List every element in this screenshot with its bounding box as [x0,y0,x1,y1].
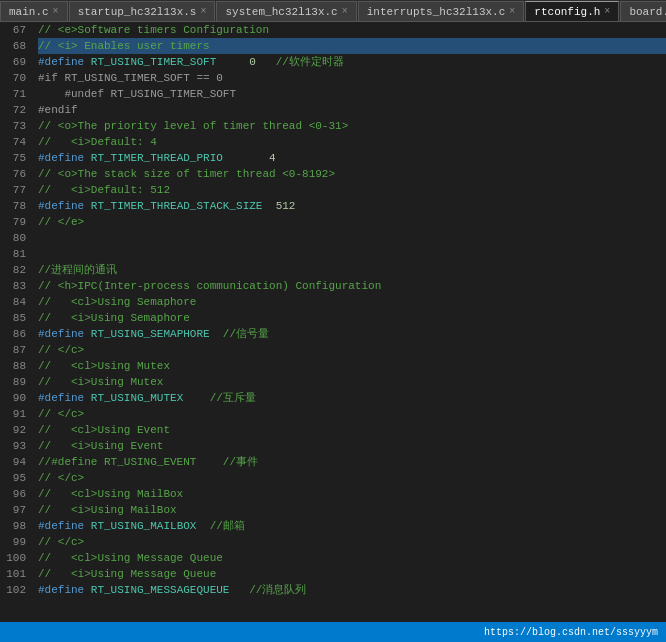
tab-interrupts_hc32l13x_c[interactable]: interrupts_hc32l13x.c× [358,1,525,21]
line-number: 84 [0,294,26,310]
code-line: #define RT_USING_MUTEX //互斥量 [38,390,666,406]
line-number: 88 [0,358,26,374]
line-number: 77 [0,182,26,198]
code-line: // </c> [38,534,666,550]
code-line: // <cl>Using MailBox [38,486,666,502]
tab-system_hc32l13x_c[interactable]: system_hc32l13x.c× [216,1,356,21]
line-number: 94 [0,454,26,470]
line-number: 100 [0,550,26,566]
line-number: 95 [0,470,26,486]
line-number: 67 [0,22,26,38]
status-bar: https://blog.csdn.net/sssyyym [0,622,666,642]
line-number: 99 [0,534,26,550]
code-line: // <i>Default: 512 [38,182,666,198]
line-number: 73 [0,118,26,134]
code-line: // </c> [38,342,666,358]
line-number: 69 [0,54,26,70]
code-line: // </c> [38,470,666,486]
code-line: // <cl>Using Mutex [38,358,666,374]
code-line: #endif [38,102,666,118]
line-number: 68 [0,38,26,54]
code-line: #define RT_USING_TIMER_SOFT 0 //软件定时器 [38,54,666,70]
code-line: // <i>Default: 4 [38,134,666,150]
code-line: // <e>Software timers Configuration [38,22,666,38]
line-number: 91 [0,406,26,422]
line-number: 81 [0,246,26,262]
code-line: // <i>Using Mutex [38,374,666,390]
close-icon[interactable]: × [342,6,348,17]
tab-rtconfig_h[interactable]: rtconfig.h× [525,1,619,21]
line-number: 98 [0,518,26,534]
close-icon[interactable]: × [604,6,610,17]
line-number: 70 [0,70,26,86]
close-icon[interactable]: × [200,6,206,17]
code-line: //进程间的通讯 [38,262,666,278]
code-line: // <i>Using MailBox [38,502,666,518]
code-line: #define RT_TIMER_THREAD_PRIO 4 [38,150,666,166]
tab-board_c[interactable]: board.c× [620,1,666,21]
line-number: 96 [0,486,26,502]
code-line: // <o>The stack size of timer thread <0-… [38,166,666,182]
tab-startup_hc32l13x_s[interactable]: startup_hc32l13x.s× [69,1,216,21]
line-number: 97 [0,502,26,518]
code-lines: // <e>Software timers Configuration// <i… [32,22,666,622]
line-number: 90 [0,390,26,406]
code-line: // <o>The priority level of timer thread… [38,118,666,134]
code-line: #if RT_USING_TIMER_SOFT == 0 [38,70,666,86]
code-line [38,246,666,262]
line-number: 101 [0,566,26,582]
line-number: 83 [0,278,26,294]
line-number: 102 [0,582,26,598]
line-number: 82 [0,262,26,278]
line-number: 74 [0,134,26,150]
line-number: 80 [0,230,26,246]
code-line: // </e> [38,214,666,230]
status-url: https://blog.csdn.net/sssyyym [484,627,658,638]
code-line: // <cl>Using Event [38,422,666,438]
code-line: // <cl>Using Message Queue [38,550,666,566]
close-icon[interactable]: × [509,6,515,17]
code-line: // <i>Using Event [38,438,666,454]
line-number: 76 [0,166,26,182]
line-number: 71 [0,86,26,102]
line-number: 89 [0,374,26,390]
code-line: #define RT_USING_MAILBOX //邮箱 [38,518,666,534]
code-line [38,230,666,246]
tab-main_c[interactable]: main.c× [0,1,68,21]
code-line: // <i>Using Message Queue [38,566,666,582]
close-icon[interactable]: × [53,6,59,17]
line-number: 86 [0,326,26,342]
code-line: #undef RT_USING_TIMER_SOFT [38,86,666,102]
line-number: 93 [0,438,26,454]
tab-bar: main.c×startup_hc32l13x.s×system_hc32l13… [0,0,666,22]
code-line: #define RT_USING_SEMAPHORE //信号量 [38,326,666,342]
code-line: // <h>IPC(Inter-process communication) C… [38,278,666,294]
line-number: 92 [0,422,26,438]
code-line: // <i>Using Semaphore [38,310,666,326]
code-line: //#define RT_USING_EVENT //事件 [38,454,666,470]
code-line: // <cl>Using Semaphore [38,294,666,310]
line-number: 85 [0,310,26,326]
line-number: 79 [0,214,26,230]
line-number: 78 [0,198,26,214]
line-number: 75 [0,150,26,166]
line-number: 87 [0,342,26,358]
code-line: // <i> Enables user timers [38,38,666,54]
code-line: #define RT_USING_MESSAGEQUEUE //消息队列 [38,582,666,598]
line-number: 72 [0,102,26,118]
line-numbers: 6768697071727374757677787980818283848586… [0,22,32,622]
code-area: 6768697071727374757677787980818283848586… [0,22,666,622]
code-line: // </c> [38,406,666,422]
code-line: #define RT_TIMER_THREAD_STACK_SIZE 512 [38,198,666,214]
